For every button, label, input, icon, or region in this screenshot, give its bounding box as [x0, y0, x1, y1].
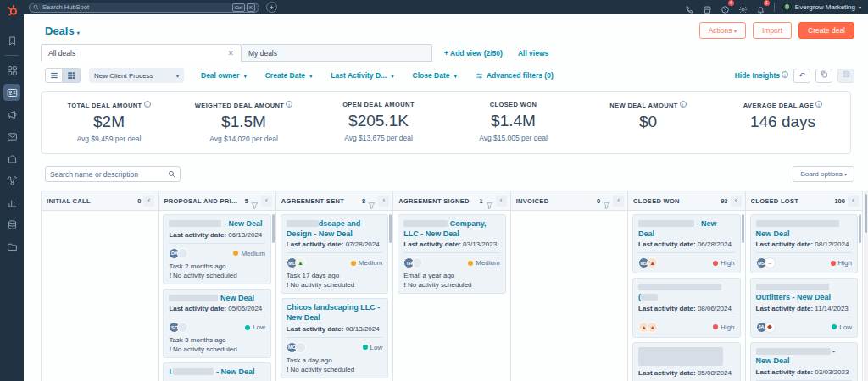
column-sort-icon[interactable]	[251, 197, 259, 205]
tab-my-deals[interactable]: My deals	[242, 44, 432, 62]
add-view-link[interactable]: + Add view (2/50)	[444, 49, 503, 58]
calling-icon[interactable]	[685, 3, 695, 13]
deal-title: New Deal	[169, 294, 264, 304]
hide-insights-link[interactable]: Hide Insightsi	[735, 71, 788, 80]
deal-card[interactable]: -New DealLast activity date: 03/03/2023J…	[750, 342, 858, 381]
global-search[interactable]: Search HubSpot Ctrl K	[29, 3, 259, 13]
close-tab-icon[interactable]: ✕	[227, 49, 234, 58]
column-scrollbar[interactable]	[272, 214, 275, 243]
column-scrollbar[interactable]	[742, 214, 744, 243]
nav-divider	[774, 3, 775, 12]
tab-all-deals[interactable]: All deals ✕	[41, 44, 242, 62]
chevron-down-icon: ▾	[859, 4, 861, 10]
company-logo-avatar[interactable]	[177, 322, 188, 333]
notifications-icon[interactable]: 1	[756, 3, 766, 13]
advanced-filters-button[interactable]: Advanced filters (0)	[476, 71, 554, 80]
deal-card[interactable]: dscape and Design - New DealLast activit…	[281, 214, 388, 294]
column-sort-icon[interactable]	[368, 197, 376, 205]
collapse-column-button[interactable]: ‹	[848, 196, 859, 207]
sidebar-item-bookmarks[interactable]	[3, 32, 20, 49]
redacted-text	[403, 220, 448, 227]
deal-title: - New Deal	[638, 219, 734, 239]
collapse-column-button[interactable]: ‹	[496, 196, 507, 207]
column-header: INVOICED0‹	[511, 191, 627, 211]
save-view-button[interactable]	[837, 69, 854, 83]
sidebar-item-commerce[interactable]	[3, 150, 20, 167]
import-button[interactable]: Import	[753, 22, 792, 39]
deal-card[interactable]: (Last activity date: 08/06/2024▲▲High	[632, 278, 740, 337]
filter-dropdown-last-activity-d-[interactable]: Last Activity D... ▾	[331, 71, 393, 80]
board-view-button[interactable]	[63, 68, 81, 83]
column-scrollbar[interactable]	[389, 214, 392, 243]
column-sort-icon[interactable]	[603, 197, 610, 205]
board-search-input[interactable]	[50, 170, 168, 179]
app-sidebar	[0, 0, 24, 381]
settings-icon[interactable]	[738, 3, 748, 13]
pipeline-select[interactable]: New Client Process ▾	[89, 68, 184, 83]
page-title[interactable]: Deals▾	[45, 25, 80, 37]
company-logo-avatar[interactable]: ◆	[765, 322, 776, 333]
insight-sub: Avg $14,020 per deal	[176, 135, 311, 143]
hubspot-logo[interactable]	[4, 3, 19, 18]
deal-card[interactable]: Company, LLC - New DealLast activity dat…	[398, 214, 505, 294]
advanced-filters-label: Advanced filters (0)	[487, 71, 554, 80]
collapse-column-button[interactable]: ‹	[613, 196, 624, 207]
deal-card[interactable]: New DealLast activity date: 05/05/2024SC…	[163, 289, 270, 359]
sidebar-item-reporting[interactable]	[3, 194, 20, 211]
help-icon[interactable]: 4	[721, 3, 731, 13]
deal-card[interactable]: Chicos landscaping LLC - New DealLast ac…	[281, 298, 388, 378]
deal-card[interactable]: New DealLast activity date: 08/12/2024MS…	[750, 214, 858, 273]
company-logo-avatar[interactable]: ···	[765, 257, 776, 268]
filter-dropdown-deal-owner[interactable]: Deal owner ▾	[201, 71, 247, 80]
search-icon	[33, 4, 39, 10]
page-scrollbar[interactable]	[864, 190, 868, 381]
last-activity-label: Last activity date:	[756, 240, 815, 248]
quick-create-button[interactable]: +	[266, 2, 277, 13]
column-scrollbar[interactable]	[859, 214, 861, 243]
collapse-column-button[interactable]: ‹	[731, 196, 742, 207]
deal-card[interactable]: - New DealLast activity date: 06/13/2024…	[163, 214, 270, 284]
sidebar-item-data[interactable]	[3, 216, 20, 233]
company-logo-avatar[interactable]: ▲	[647, 257, 658, 268]
column-body: Company, LLC - New DealLast activity dat…	[393, 211, 509, 381]
filter-dropdown-create-date[interactable]: Create Date ▾	[265, 71, 313, 80]
company-logo-avatar[interactable]	[295, 342, 306, 353]
all-views-link[interactable]: All views	[518, 49, 548, 58]
list-view-button[interactable]	[45, 68, 63, 83]
priority-badge: Medium	[351, 259, 382, 267]
deal-last-activity: Last activity date: 05/05/2024	[169, 305, 264, 312]
deal-card[interactable]: - New DealLast activity date: 06/28/2024…	[632, 214, 740, 273]
copy-button[interactable]	[815, 69, 832, 83]
collapse-column-button[interactable]: ‹	[261, 196, 272, 207]
collapse-column-button[interactable]: ‹	[143, 196, 154, 207]
deal-card[interactable]: I - New DealLast activity date: 01/19/20…	[163, 362, 270, 381]
sidebar-item-workspaces[interactable]	[3, 62, 20, 79]
filter-dropdown-close-date[interactable]: Close Date ▾	[413, 71, 457, 80]
board-options-button[interactable]: Board options ▾	[793, 166, 854, 182]
sidebar-item-marketing[interactable]	[3, 106, 20, 123]
collapse-column-button[interactable]: ‹	[378, 196, 389, 207]
deal-card[interactable]: Last activity date: 05/08/2024▲▲High	[632, 342, 740, 381]
scrollbar-thumb[interactable]	[865, 194, 867, 233]
marketplace-icon[interactable]	[703, 3, 713, 13]
create-deal-button[interactable]: Create deal	[798, 22, 854, 39]
board-search[interactable]	[45, 166, 181, 182]
last-activity-label: Last activity date:	[287, 240, 346, 248]
column-body: - New DealLast activity date: 06/13/2024…	[159, 211, 275, 381]
column-sort-icon[interactable]	[486, 197, 493, 205]
column-header: AGREEMENT SENT8‹	[276, 191, 392, 211]
account-menu[interactable]: Evergrow Marketing ▾	[782, 3, 861, 12]
company-logo-avatar[interactable]: ▲	[647, 322, 658, 333]
company-logo-avatar[interactable]: ▲	[295, 257, 306, 268]
deal-card[interactable]: Outfitters - New DealLast activity date:…	[750, 278, 858, 337]
company-logo-avatar[interactable]	[412, 257, 423, 268]
sidebar-item-automations[interactable]	[3, 172, 20, 189]
sidebar-item-content[interactable]	[3, 128, 20, 145]
actions-button[interactable]: Actions ▾	[699, 22, 746, 39]
sidebar-item-files[interactable]	[3, 238, 20, 255]
deal-task-status: Task a day ago	[287, 356, 382, 364]
column-header: CLOSED WON93‹	[628, 191, 744, 211]
undo-button[interactable]: ↶	[793, 69, 810, 83]
sidebar-item-crm[interactable]	[3, 84, 20, 101]
company-logo-avatar[interactable]	[177, 248, 188, 259]
